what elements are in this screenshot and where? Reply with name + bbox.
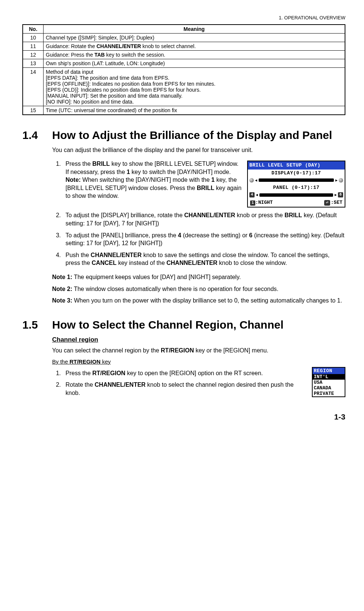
note-1: Note 1: The equipment keeps values for [… (52, 273, 345, 281)
step-item: Rotate the CHANNEL/ENTER knob to select … (63, 381, 345, 397)
left-arrow-icon (256, 191, 258, 198)
by-rtregion-subhead: By the RT/REGION key (52, 358, 345, 365)
table-row: 10 Channel type ([SIMP]: Simplex, [DUP]:… (23, 34, 345, 42)
key-6-icon: 6 (338, 192, 343, 197)
brill-title: BRILL LEVEL SETUP (DAY) (248, 161, 345, 170)
region-item: USA (313, 380, 345, 385)
row-text: Guidance: Rotate the CHANNEL/ENTER knob … (44, 42, 345, 51)
meaning-table: No. Meaning 10 Channel type ([SIMP]: Sim… (22, 24, 345, 115)
step-item: To adjust the [DISPLAY] brilliance, rota… (63, 211, 345, 227)
brill-display-label: DISPLAY(0-17):17 (249, 170, 343, 177)
section-intro: You can select the channel region by the… (52, 346, 345, 355)
section-intro: You can adjust the brilliance of the dis… (52, 146, 345, 154)
left-arrow-icon (255, 177, 257, 184)
row-text: Guidance: Press the TAB key to switch th… (44, 51, 345, 59)
key-4-icon: 4 (249, 192, 255, 197)
row-no: 12 (23, 51, 44, 59)
col-meaning: Meaning (44, 25, 345, 34)
panel-bar (259, 193, 333, 197)
page-header: 1. OPERATIONAL OVERVIEW (22, 15, 345, 20)
section-title: How to Select the Channel Region, Channe… (52, 318, 284, 332)
table-row: 11 Guidance: Rotate the CHANNEL/ENTER kn… (23, 42, 345, 51)
row-text: Method of data input [EPFS DATA]: The po… (44, 68, 345, 106)
page-number: 1-3 (22, 412, 345, 421)
table-row: 12 Guidance: Press the TAB key to switch… (23, 51, 345, 59)
step-item: BRILL LEVEL SETUP (DAY) DISPLAY(0-17):17… (63, 160, 345, 208)
brill-panel-label: PANEL (0-17):17 (249, 184, 343, 191)
steps-list: BRILL LEVEL SETUP (DAY) DISPLAY(0-17):17… (52, 160, 345, 267)
section-1-5-heading: 1.5 How to Select the Channel Region, Ch… (22, 318, 345, 332)
right-arrow-icon (335, 177, 338, 184)
brill-night-label: 1:NIGHT (250, 199, 273, 206)
step-item: Push the CHANNEL/ENTER knob to save the … (63, 251, 345, 267)
row-no: 10 (23, 34, 44, 42)
note-3: Note 3: When you turn on the power with … (52, 297, 345, 305)
region-title: REGION (313, 368, 345, 374)
section-number: 1.4 (22, 129, 52, 142)
table-row: 14 Method of data input [EPFS DATA]: The… (23, 68, 345, 106)
brill-set-label: :SET (324, 199, 342, 206)
region-item-selected: INT'L (313, 374, 345, 380)
right-arrow-icon (335, 191, 337, 198)
knob-icon (249, 178, 254, 183)
section-title: How to Adjust the Brilliance of the Disp… (52, 128, 332, 142)
row-text: Time (UTC: universal time coordinated) o… (44, 106, 345, 115)
display-bar (259, 178, 334, 182)
note-2: Note 2: The window closes automatically … (52, 285, 345, 293)
section-number: 1.5 (22, 319, 52, 331)
section-1-4-heading: 1.4 How to Adjust the Brilliance of the … (22, 128, 345, 142)
region-item: PRIVATE (313, 391, 345, 396)
step-item: To adjust the [PANEL] brilliance, press … (63, 231, 345, 247)
brill-level-setup-box: BRILL LEVEL SETUP (DAY) DISPLAY(0-17):17… (247, 161, 345, 208)
channel-region-subhead: Channel region (52, 336, 345, 344)
step-item: Press the RT/REGION key to open the [REG… (63, 369, 345, 377)
row-text: Channel type ([SIMP]: Simplex, [DUP]: Du… (44, 34, 345, 42)
row-text: Own ship's position (LAT: Latitude, LON:… (44, 59, 345, 68)
row-no: 15 (23, 106, 44, 115)
row-no: 11 (23, 42, 44, 51)
table-row: 15 Time (UTC: universal time coordinated… (23, 106, 345, 115)
row-no: 14 (23, 68, 44, 106)
steps-list: Press the RT/REGION key to open the [REG… (52, 369, 345, 397)
knob-icon (339, 178, 343, 183)
table-row: 13 Own ship's position (LAT: Latitude, L… (23, 59, 345, 68)
col-no: No. (23, 25, 44, 34)
region-menu-box: REGION INT'L USA CANADA PRIVATE (312, 367, 345, 397)
region-item: CANADA (313, 385, 345, 391)
row-no: 13 (23, 59, 44, 68)
